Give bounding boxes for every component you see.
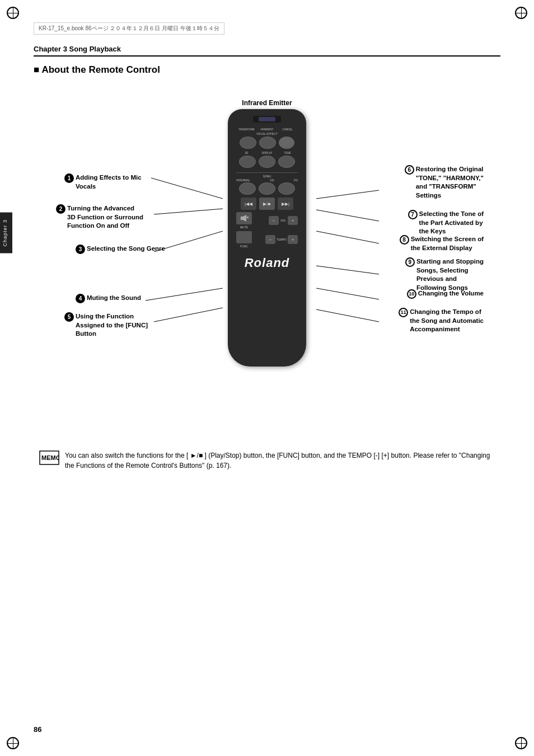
func-btn[interactable]	[236, 231, 252, 243]
memo-icon: MEMO	[39, 450, 59, 465]
annotation-text-11: Changing the Tempo ofthe Song and Automa…	[410, 308, 484, 334]
harmony-btn[interactable]	[259, 137, 276, 149]
chapter-heading: Chapter 3 Song Playback	[34, 45, 500, 57]
annotation-1: 1 Adding Effects to MicVocals	[64, 173, 142, 191]
mute-label: MUTE	[240, 226, 248, 229]
annotation-text-2: Turning the Advanced3D Function or Surro…	[67, 204, 143, 231]
annotation-text-3: Selecting the Song Genre	[87, 245, 165, 253]
annotation-text-4: Muting the Sound	[87, 294, 141, 303]
tempo-minus-btn[interactable]: −	[265, 235, 275, 244]
annotation-text-1: Adding Effects to MicVocals	[76, 173, 142, 191]
tempo-label: TEMPO	[277, 238, 287, 241]
song-source-btn-row	[233, 182, 301, 195]
vol-plus-btn[interactable]: +	[288, 216, 298, 225]
svg-line-9	[316, 190, 379, 199]
svg-marker-1	[243, 215, 246, 222]
func-label: FUNC	[240, 245, 248, 248]
reg-mark-bl	[7, 737, 19, 749]
annotation-text-9: Starting and StoppingSongs, SelectingPre…	[416, 257, 484, 292]
transport-btn-row: |◀◀ ▶/■ ▶▶|	[241, 198, 293, 210]
diagram-area: Infrared Emitter TRANSFORM HARMONY CANCE…	[34, 87, 500, 434]
svg-text:MEMO: MEMO	[41, 454, 59, 461]
internal-btn[interactable]	[239, 182, 256, 195]
roland-logo: Roland	[245, 256, 290, 270]
prev-btn[interactable]: |◀◀	[241, 198, 256, 210]
song-title: SONG	[236, 175, 298, 178]
num-circle-5: 5	[64, 312, 74, 322]
svg-line-12	[316, 266, 379, 274]
cd-btn[interactable]	[259, 182, 275, 195]
ir-emitter	[253, 116, 281, 123]
divider1	[236, 172, 298, 173]
svg-line-7	[146, 288, 223, 300]
file-info: KR-17_15_e.book 86ページ ２０４年１２月６日 月曜日 午後１時…	[34, 22, 224, 35]
vol-control: − VOL +	[269, 216, 298, 225]
svg-line-13	[316, 288, 379, 299]
fd-btn[interactable]	[278, 182, 295, 195]
num-circle-1: 1	[64, 173, 74, 183]
vocal-effect-labels: TRANSFORM HARMONY CANCEL	[236, 128, 298, 131]
reg-mark-br	[515, 737, 527, 749]
reg-mark-tl	[7, 7, 19, 19]
num-circle-2: 2	[56, 204, 65, 214]
tone-label: TONE	[278, 152, 298, 154]
mute-btn[interactable]	[236, 212, 252, 224]
annotation-text-8: Switching the Screen ofthe External Disp…	[411, 235, 484, 252]
mute-vol-row: MUTE − VOL +	[236, 212, 298, 229]
3d-display-tone-btn-row	[233, 156, 301, 168]
vocal-effect-btn-row	[233, 137, 301, 149]
reg-mark-tr	[515, 7, 527, 19]
display-btn[interactable]	[259, 156, 275, 168]
annotation-10: 10 Changing the Volume	[407, 289, 484, 299]
num-circle-3: 3	[76, 245, 85, 254]
annotation-text-7: Selecting the Tone ofthe Part Activated …	[419, 210, 484, 236]
harmony-label: HARMONY	[257, 128, 277, 131]
transform-btn[interactable]	[240, 137, 256, 149]
num-circle-7: 7	[408, 210, 418, 219]
annotation-5: 5 Using the FunctionAssigned to the [FUN…	[64, 312, 148, 339]
next-btn[interactable]: ▶▶|	[278, 198, 293, 210]
num-circle-9: 9	[405, 257, 415, 267]
func-tempo-row: FUNC − TEMPO +	[236, 231, 298, 248]
play-stop-btn[interactable]: ▶/■	[259, 198, 275, 210]
annotation-4: 4 Muting the Sound	[76, 294, 141, 303]
3d-btn[interactable]	[239, 156, 256, 168]
num-circle-4: 4	[76, 294, 85, 303]
tempo-plus-btn[interactable]: +	[288, 235, 298, 244]
annotation-8: 8 Switching the Screen ofthe External Di…	[400, 235, 484, 252]
transform-label: TRANSFORM	[236, 128, 256, 131]
annotation-3: 3 Selecting the Song Genre	[76, 245, 165, 254]
annotation-11: 11 Changing the Tempo ofthe Song and Aut…	[399, 308, 484, 334]
internal-label: INTERNAL	[236, 179, 250, 182]
svg-line-11	[316, 231, 379, 243]
num-circle-11: 11	[399, 308, 408, 317]
3d-label: 3D	[236, 152, 256, 154]
vocal-effect-title: VOCAL EFFECT	[236, 132, 298, 135]
vol-minus-btn[interactable]: −	[269, 216, 279, 225]
remote-control: TRANSFORM HARMONY CANCEL VOCAL EFFECT 3D…	[228, 109, 306, 367]
tempo-control: − TEMPO +	[265, 235, 298, 244]
svg-line-8	[154, 308, 223, 322]
annotation-text-10: Changing the Volume	[418, 289, 484, 298]
internal-fd-row: INTERNAL CD FD	[236, 179, 298, 182]
annotation-9: 9 Starting and StoppingSongs, SelectingP…	[405, 257, 484, 292]
remote-body: TRANSFORM HARMONY CANCEL VOCAL EFFECT 3D…	[228, 109, 306, 367]
annotation-text-6: Restoring the Original"TONE," "HARMONY,"…	[416, 165, 484, 200]
ir-emitter-label: Infrared Emitter	[242, 99, 292, 107]
svg-line-5	[154, 209, 223, 214]
svg-line-4	[151, 178, 223, 199]
cancel-btn[interactable]	[279, 137, 294, 149]
section-heading: About the Remote Control	[34, 64, 500, 76]
memo-text: You can also switch the functions for th…	[65, 450, 495, 471]
annotation-text-5: Using the FunctionAssigned to the [FUNC]…	[76, 312, 148, 339]
memo-section: MEMO You can also switch the functions f…	[34, 450, 500, 471]
display-label: DISPLAY	[257, 152, 277, 154]
num-circle-8: 8	[400, 235, 409, 245]
annotation-6: 6 Restoring the Original"TONE," "HARMONY…	[405, 165, 484, 200]
fd-label: FD	[294, 179, 298, 182]
vol-label: VOL	[280, 219, 286, 222]
svg-rect-0	[241, 217, 243, 220]
annotation-2: 2 Turning the Advanced3D Function or Sur…	[56, 204, 143, 231]
page: Chapter 3 KR-17_15_e.book 86ページ ２０４年１２月６…	[0, 0, 534, 756]
tone-btn[interactable]	[278, 156, 295, 168]
